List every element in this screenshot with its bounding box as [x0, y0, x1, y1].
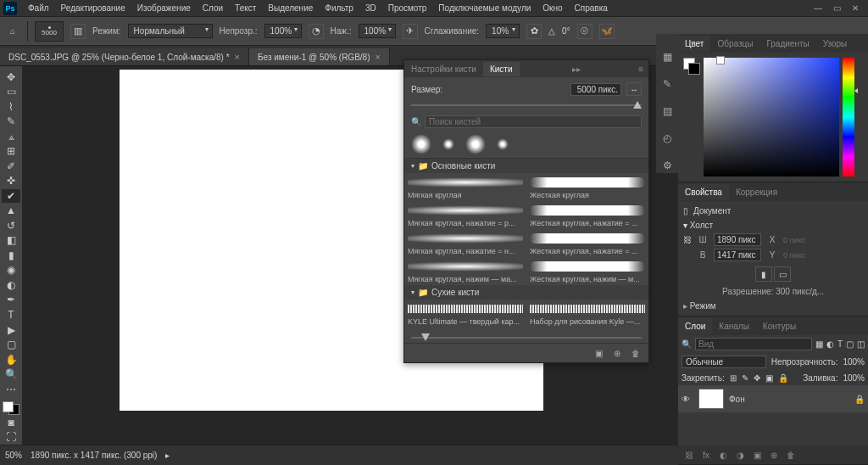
delete-brush-icon[interactable]: 🗑	[630, 347, 642, 359]
collapse-panel-icon[interactable]: ▸▸	[567, 64, 586, 74]
filter-shape-icon[interactable]: ▢	[846, 339, 854, 349]
landscape-button[interactable]: ▭	[774, 266, 791, 282]
layer-mask-icon[interactable]: ◐	[715, 448, 731, 462]
portrait-button[interactable]: ▮	[755, 266, 772, 282]
gradient-tool[interactable]: ▮	[2, 249, 20, 262]
layer-thumbnail[interactable]	[698, 389, 724, 409]
layer-name[interactable]: Фон	[729, 395, 745, 404]
panel-tab[interactable]: Коррекция	[729, 184, 784, 200]
brush-tool[interactable]: ✔	[2, 189, 20, 203]
lock-all-icon[interactable]: 🔒	[778, 373, 788, 383]
pressure-size-icon[interactable]: ⦾	[577, 24, 593, 39]
fill-value[interactable]: 100%	[843, 373, 865, 383]
panel-tab[interactable]: Узоры	[816, 36, 854, 52]
tab-brush-settings[interactable]: Настройки кисти	[404, 62, 483, 76]
type-tool[interactable]: T	[2, 308, 20, 322]
angle-value[interactable]: 0°	[562, 26, 570, 36]
blend-mode-select[interactable]: Обычные	[682, 356, 766, 368]
brush-settings-icon[interactable]: ✎	[659, 76, 675, 92]
brush-preset[interactable]: Жесткая круглая, нажатие = ...	[526, 201, 648, 229]
panel-tab[interactable]: Слои	[678, 318, 712, 334]
new-layer-icon[interactable]: ⊕	[766, 448, 782, 462]
menu-3d[interactable]: 3D	[359, 2, 382, 14]
pressure-opacity-icon[interactable]: ◔	[309, 24, 324, 39]
blend-mode-dropdown[interactable]: Нормальный	[128, 24, 213, 38]
filter-smart-icon[interactable]: ◫	[857, 339, 865, 349]
pen-tool[interactable]: ✒	[2, 294, 20, 307]
close-button[interactable]: ✕	[848, 3, 863, 14]
smoothing-input[interactable]: 10%	[486, 24, 520, 38]
quickmask-toggle[interactable]: ◙	[2, 416, 20, 429]
link-icon[interactable]: ⛓	[683, 235, 692, 244]
panel-tab[interactable]: Цвет	[678, 36, 710, 52]
brush-size-input[interactable]	[570, 83, 621, 96]
lasso-tool[interactable]: ⌇	[2, 100, 20, 114]
width-input[interactable]	[714, 233, 761, 246]
opacity-input[interactable]: 100%	[264, 24, 302, 38]
hue-slider[interactable]	[843, 58, 854, 176]
panel-tab[interactable]: Каналы	[712, 318, 756, 334]
document-info[interactable]: 1890 пикс. x 1417 пикс. (300 ppi)	[31, 451, 157, 460]
screen-mode[interactable]: ⛶	[2, 430, 20, 444]
blur-tool[interactable]: ◉	[2, 264, 20, 277]
flip-brush-icon[interactable]: ↔	[626, 82, 642, 96]
history-panel-icon[interactable]: ▦	[659, 49, 675, 64]
filter-adjust-icon[interactable]: ◐	[826, 339, 834, 349]
marquee-tool[interactable]: ▭	[2, 86, 20, 99]
zoom-level[interactable]: 50%	[5, 451, 22, 460]
dodge-tool[interactable]: ◐	[2, 278, 20, 292]
airbrush-icon[interactable]: ✈	[403, 24, 418, 39]
layer-row[interactable]: 👁 Фон 🔒	[678, 385, 868, 412]
eraser-tool[interactable]: ◧	[2, 234, 20, 248]
tab-brushes[interactable]: Кисти	[483, 62, 520, 76]
layer-filter-input[interactable]	[695, 338, 812, 350]
brushes-icon[interactable]: ▤	[659, 104, 675, 119]
maximize-button[interactable]: ▭	[829, 3, 844, 14]
panel-menu-icon[interactable]: ≡	[633, 64, 648, 74]
path-select-tool[interactable]: ▶	[2, 323, 20, 337]
zoom-tool[interactable]: 🔍	[2, 367, 20, 381]
brush-size-slider[interactable]	[411, 101, 642, 109]
menu-редактирование[interactable]: Редактирование	[55, 2, 131, 14]
brush-preset[interactable]: Мягкая круглая, нажатие = р...	[404, 201, 526, 229]
visibility-toggle[interactable]: 👁	[682, 395, 693, 404]
recent-brush[interactable]	[492, 134, 513, 154]
symmetry-icon[interactable]: 🦋	[599, 24, 615, 39]
edit-toolbar[interactable]: ⋯	[2, 383, 20, 396]
menu-просмотр[interactable]: Просмотр	[382, 2, 433, 14]
lock-move-icon[interactable]: ✥	[754, 373, 760, 383]
move-tool[interactable]: ✥	[2, 70, 20, 84]
brush-preset[interactable]: Жесткая круглая, нажатие = ...	[526, 229, 648, 257]
home-icon[interactable]: ⌂	[5, 24, 20, 39]
eyedropper-tool[interactable]: ✐	[2, 160, 20, 173]
recent-brush[interactable]	[411, 134, 431, 154]
menu-окно[interactable]: Окно	[537, 2, 568, 14]
brush-preset[interactable]: KYLE Ultimate — твердый кар...	[404, 300, 526, 328]
link-layers-icon[interactable]: ⛓	[682, 448, 697, 462]
brush-folder[interactable]: ▾📁Основные кисти	[404, 159, 648, 173]
menu-фильтр[interactable]: Фильтр	[319, 2, 359, 14]
brush-search-input[interactable]	[425, 115, 642, 128]
brush-folder[interactable]: ▾📁Сухие кисти	[404, 285, 648, 300]
recent-brush[interactable]	[438, 134, 459, 154]
close-tab-icon[interactable]: ×	[375, 52, 380, 62]
document-tab[interactable]: Без имени-1 @ 50% (RGB/8)×	[249, 48, 390, 65]
history-brush-tool[interactable]: ↺	[2, 219, 20, 232]
menu-подключаемые модули[interactable]: Подключаемые модули	[432, 2, 537, 14]
brush-preset[interactable]: Мягкая круглая, нажатие = н...	[404, 229, 526, 257]
live-preview-icon[interactable]: ▣	[593, 347, 604, 359]
quick-select-tool[interactable]: ✎	[2, 115, 20, 129]
filter-type-icon[interactable]: T	[837, 339, 843, 349]
menu-файл[interactable]: Файл	[22, 2, 55, 14]
layer-opacity-value[interactable]: 100%	[843, 357, 865, 367]
menu-текст[interactable]: Текст	[229, 2, 262, 14]
lock-icon[interactable]: 🔒	[854, 395, 865, 404]
filter-pixel-icon[interactable]: ▦	[815, 339, 823, 349]
panel-tab[interactable]: Градиенты	[760, 36, 815, 52]
brush-preset[interactable]: Набор для рисования Kyle —...	[526, 300, 648, 328]
menu-выделение[interactable]: Выделение	[262, 2, 319, 14]
brush-panel-toggle[interactable]: ▥	[70, 24, 86, 39]
brush-preset[interactable]: Неровная угольная текстура...	[526, 328, 648, 333]
lock-artboard-icon[interactable]: ▣	[765, 373, 773, 383]
brush-preset[interactable]: Мягкая круглая, нажим — ма...	[404, 257, 526, 285]
